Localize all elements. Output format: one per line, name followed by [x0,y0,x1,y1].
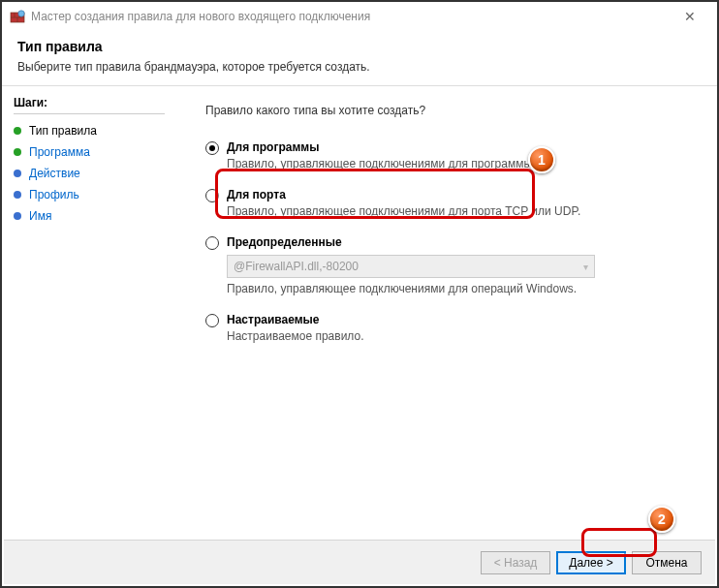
footer: < Назад Далее > Отмена [4,540,715,584]
option-port-desc: Правило, управляющее подключениями для п… [227,204,688,218]
predefined-dropdown: @FirewallAPI.dll,-80200 ▾ [227,255,595,278]
step-bullet-icon [14,148,21,156]
option-program-desc: Правило, управляющее подключениями для п… [227,157,688,170]
steps-title: Шаги: [14,96,165,114]
option-program-title: Для программы [227,140,688,154]
option-port[interactable]: Для порта Правило, управляющее подключен… [205,188,688,218]
page-title: Тип правила [17,39,702,54]
firewall-icon [10,9,25,24]
step-program[interactable]: Программа [14,141,165,163]
step-name[interactable]: Имя [14,205,165,227]
step-profile[interactable]: Профиль [14,184,165,205]
titlebar: Мастер создания правила для нового входя… [2,2,717,31]
option-program[interactable]: Для программы Правило, управляющее подкл… [205,140,688,170]
page-subtitle: Выберите тип правила брандмауэра, которо… [17,60,702,74]
step-bullet-icon [14,212,21,220]
back-button: < Назад [481,551,550,574]
step-label: Имя [29,209,51,223]
step-label: Профиль [29,188,79,201]
step-rule-type[interactable]: Тип правила [14,120,165,141]
option-custom-desc: Настраиваемое правило. [227,329,688,343]
option-predefined-desc: Правило, управляющее подключениями для о… [227,282,688,295]
main-panel: Правило какого типа вы хотите создать? Д… [176,86,717,535]
cancel-button[interactable]: Отмена [632,551,702,574]
step-action[interactable]: Действие [14,163,165,184]
close-button[interactable]: ✕ [671,3,709,30]
option-predefined-title: Предопределенные [227,235,688,249]
option-custom-title: Настраиваемые [227,313,688,326]
step-label: Действие [29,167,80,180]
step-bullet-icon [14,191,21,199]
radio-custom[interactable] [205,314,219,327]
option-custom[interactable]: Настраиваемые Настраиваемое правило. [205,313,688,343]
window-title: Мастер создания правила для нового входя… [31,10,671,23]
step-bullet-icon [14,127,21,135]
svg-point-5 [18,11,24,16]
question-text: Правило какого типа вы хотите создать? [205,104,688,117]
dropdown-value: @FirewallAPI.dll,-80200 [234,260,359,273]
next-button[interactable]: Далее > [556,551,626,574]
steps-sidebar: Шаги: Тип правила Программа Действие Про… [2,86,176,535]
chevron-down-icon: ▾ [583,262,588,272]
radio-program[interactable] [205,141,219,155]
option-predefined[interactable]: Предопределенные @FirewallAPI.dll,-80200… [205,235,688,295]
step-label: Программа [29,145,90,159]
radio-port[interactable] [205,189,219,202]
radio-predefined[interactable] [205,236,219,250]
header: Тип правила Выберите тип правила брандма… [2,31,717,86]
step-bullet-icon [14,170,21,177]
option-port-title: Для порта [227,188,688,201]
step-label: Тип правила [29,124,97,138]
